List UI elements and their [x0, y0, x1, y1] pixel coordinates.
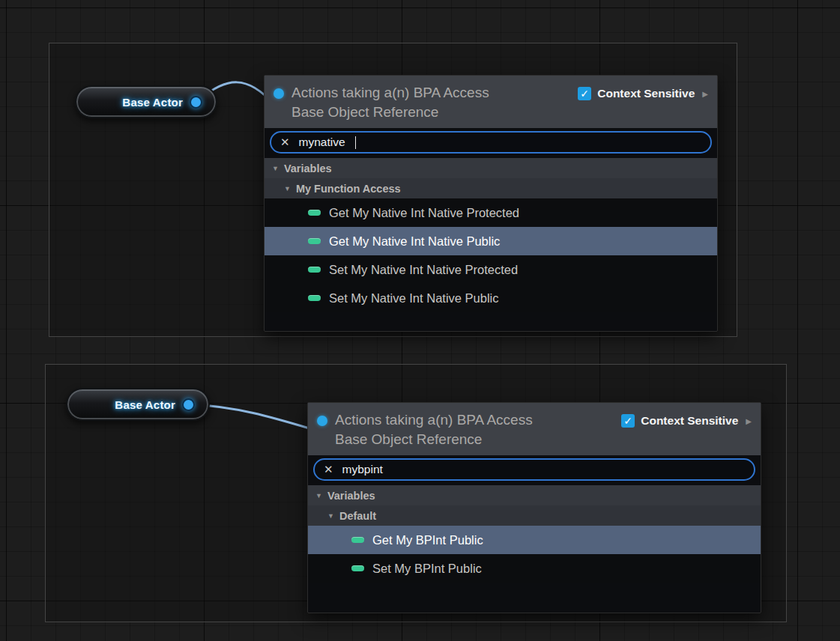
context-sensitive-toggle[interactable]: ✓ Context Sensitive ▶ [578, 87, 708, 100]
search-input[interactable]: ✕ mynative [270, 131, 712, 154]
pin-dot-icon [274, 88, 284, 99]
variable-icon [308, 267, 321, 273]
variable-icon [308, 295, 321, 301]
node-base-actor-bottom[interactable]: Base Actor [66, 388, 210, 421]
menu-item-label: Set My Native Int Native Protected [329, 263, 518, 277]
clear-search-icon[interactable]: ✕ [324, 463, 333, 476]
context-sensitive-label: Context Sensitive [641, 414, 738, 428]
category-label: My Function Access [296, 183, 401, 195]
menu-title: Actions taking a(n) BPA Access Base Obje… [335, 410, 614, 449]
variable-icon [351, 565, 364, 571]
menu-item-label: Get My Native Int Native Protected [329, 206, 519, 220]
search-text: mybpint [342, 463, 383, 476]
search-input[interactable]: ✕ mybpint [313, 458, 755, 481]
search-row: ✕ mybpint [308, 455, 761, 485]
context-sensitive-label: Context Sensitive [597, 87, 695, 100]
category-row-my-function-access[interactable]: ▼ My Function Access [265, 178, 717, 198]
menu-item-set-my-native-int-native-protected[interactable]: Set My Native Int Native Protected [265, 255, 717, 284]
caret-right-icon[interactable]: ▶ [746, 417, 752, 425]
menu-item-label: Get My Native Int Native Public [329, 234, 500, 249]
category-label: Variables [284, 162, 332, 174]
menu-title-line1: Actions taking a(n) BPA Access [291, 83, 570, 103]
category-row-variables[interactable]: ▼ Variables [308, 485, 761, 505]
caret-right-icon[interactable]: ▶ [702, 90, 708, 98]
variable-icon [308, 210, 321, 216]
checkbox-checked-icon[interactable]: ✓ [578, 87, 591, 100]
node-label: Base Actor [115, 398, 175, 411]
output-pin-icon[interactable] [182, 398, 195, 411]
triangle-down-icon[interactable]: ▼ [315, 492, 322, 499]
search-row: ✕ mynative [265, 128, 717, 158]
pin-dot-icon [317, 416, 327, 426]
category-label: Variables [327, 490, 375, 502]
menu-header: Actions taking a(n) BPA Access Base Obje… [265, 76, 717, 128]
menu-item-set-my-bpint-public[interactable]: Set My BPInt Public [308, 554, 761, 583]
variable-icon [351, 537, 364, 543]
menu-header: Actions taking a(n) BPA Access Base Obje… [308, 403, 761, 455]
category-row-variables[interactable]: ▼ Variables [265, 158, 717, 178]
context-sensitive-toggle[interactable]: ✓ Context Sensitive ▶ [621, 414, 752, 428]
menu-item-get-my-bpint-public[interactable]: Get My BPInt Public [308, 526, 761, 554]
menu-item-label: Set My BPInt Public [372, 562, 482, 576]
actions-context-menu-bottom: Actions taking a(n) BPA Access Base Obje… [307, 402, 761, 613]
triangle-down-icon[interactable]: ▼ [327, 512, 334, 520]
text-cursor [355, 136, 357, 149]
clear-search-icon[interactable]: ✕ [280, 136, 290, 149]
actions-list: ▼ Variables ▼ Default Get My BPInt Publi… [308, 485, 761, 613]
triangle-down-icon[interactable]: ▼ [284, 185, 291, 192]
menu-item-get-my-native-int-native-public[interactable]: Get My Native Int Native Public [265, 227, 717, 255]
node-label: Base Actor [122, 96, 183, 109]
menu-title-line1: Actions taking a(n) BPA Access [335, 410, 614, 430]
output-pin-icon[interactable] [190, 96, 202, 109]
variable-icon [308, 238, 321, 244]
category-label: Default [339, 510, 376, 522]
search-text: mynative [299, 136, 345, 149]
actions-list: ▼ Variables ▼ My Function Access Get My … [265, 158, 717, 331]
node-base-actor-top[interactable]: Base Actor [75, 85, 217, 118]
actions-context-menu-top: Actions taking a(n) BPA Access Base Obje… [264, 75, 718, 332]
menu-title: Actions taking a(n) BPA Access Base Obje… [291, 83, 570, 121]
menu-item-label: Get My BPInt Public [372, 533, 483, 547]
menu-item-label: Set My Native Int Native Public [329, 291, 499, 306]
category-row-default[interactable]: ▼ Default [308, 505, 761, 526]
menu-title-line2: Base Object Reference [335, 430, 614, 449]
menu-item-get-my-native-int-native-protected[interactable]: Get My Native Int Native Protected [265, 198, 717, 227]
checkbox-checked-icon[interactable]: ✓ [621, 414, 635, 428]
menu-item-set-my-native-int-native-public[interactable]: Set My Native Int Native Public [265, 284, 717, 312]
triangle-down-icon[interactable]: ▼ [272, 165, 279, 172]
menu-title-line2: Base Object Reference [291, 103, 570, 122]
